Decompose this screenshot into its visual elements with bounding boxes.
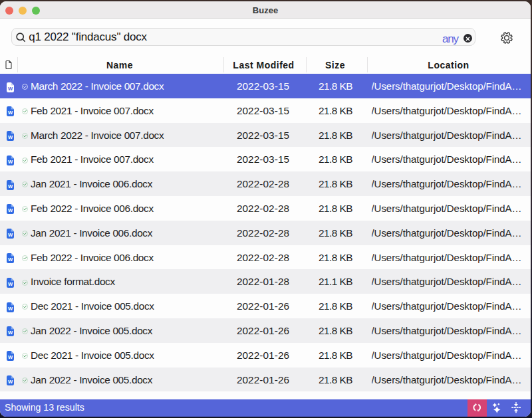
svg-text:W: W — [8, 306, 13, 312]
svg-text:W: W — [8, 257, 13, 262]
svg-text:W: W — [8, 281, 13, 287]
svg-text:W: W — [8, 134, 13, 140]
svg-text:W: W — [8, 379, 13, 385]
svg-text:W: W — [8, 183, 13, 189]
svg-text:W: W — [8, 354, 13, 360]
svg-text:W: W — [8, 110, 13, 116]
svg-text:W: W — [8, 232, 13, 238]
svg-text:W: W — [8, 85, 13, 91]
svg-text:W: W — [8, 207, 13, 213]
svg-text:W: W — [8, 330, 13, 336]
svg-text:W: W — [8, 159, 13, 165]
